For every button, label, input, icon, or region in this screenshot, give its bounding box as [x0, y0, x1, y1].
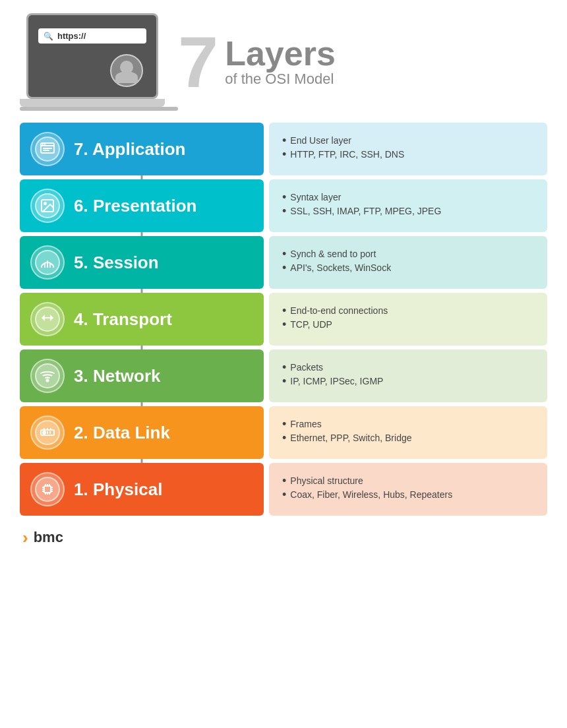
layer-left-7: 7. Application [20, 123, 264, 175]
user-avatar [110, 54, 143, 87]
layer-connector [141, 346, 143, 349]
layer-connector [141, 175, 143, 179]
layer-bullet2-7: HTTP, FTP, IRC, SSH, DNS [282, 149, 534, 160]
layer-row-6: 6. Presentation Syntax layer SSL, SSH, I… [20, 179, 547, 232]
title-subtitle: of the OSI Model [225, 71, 336, 88]
layer-label-4: 4. Transport [74, 309, 172, 330]
bmc-chevron-icon: › [22, 529, 28, 546]
layer-bullet1-5: Synch & send to port [282, 249, 534, 260]
search-icon: 🔍 [44, 32, 53, 41]
svg-point-7 [44, 202, 46, 204]
layer-bullet1-6: Syntax layer [282, 192, 534, 203]
layer-row-2: 2. Data Link Frames Ethernet, PPP, Switc… [20, 406, 547, 459]
layer-bullet2-3: IP, ICMP, IPSec, IGMP [282, 376, 534, 387]
layer-right-7: End User layer HTTP, FTP, IRC, SSH, DNS [269, 123, 547, 175]
layer-icon-image [35, 193, 60, 218]
laptop-foot [20, 107, 178, 111]
laptop-screen: 🔍 https:// [26, 13, 158, 99]
layer-bullet2-6: SSL, SSH, IMAP, FTP, MPEG, JPEG [282, 206, 534, 217]
layer-bullet2-2: Ethernet, PPP, Switch, Bridge [282, 433, 534, 444]
layer-bullet1-4: End-to-end connections [282, 305, 534, 317]
layer-left-6: 6. Presentation [20, 179, 264, 232]
layer-label-1: 1. Physical [74, 479, 162, 500]
layers-container: 7. Application End User layer HTTP, FTP,… [20, 123, 547, 520]
layer-icon-bridge [35, 250, 60, 275]
header: 🔍 https:// 7 Layers of the OSI Model [20, 13, 547, 111]
svg-point-13 [47, 380, 49, 382]
layer-right-5: Synch & send to port API's, Sockets, Win… [269, 236, 547, 289]
layer-left-4: 4. Transport [20, 293, 264, 346]
url-text: https:// [57, 31, 86, 41]
layer-connector [141, 289, 143, 293]
layer-icon-circle-3 [30, 359, 65, 393]
svg-point-15 [43, 431, 45, 434]
title-text: Layers of the OSI Model [225, 36, 336, 88]
layer-icon-circle-7 [30, 132, 65, 166]
layer-icon-browser [35, 136, 60, 162]
layer-bullet1-2: Frames [282, 419, 534, 430]
bmc-text: bmc [34, 529, 63, 546]
layer-bullet1-7: End User layer [282, 135, 534, 146]
layer-icon-circle-1 [30, 472, 65, 506]
layer-label-2: 2. Data Link [74, 423, 170, 443]
layer-left-3: 3. Network [20, 349, 264, 402]
layer-icon-arrows [35, 307, 60, 332]
layer-right-1: Physical structure Coax, Fiber, Wireless… [269, 463, 547, 516]
bmc-logo: › bmc [22, 529, 63, 546]
layer-row-3: 3. Network Packets IP, ICMP, IPSec, IGMP [20, 349, 547, 402]
layer-icon-circle-6 [30, 189, 65, 223]
layer-row-7: 7. Application End User layer HTTP, FTP,… [20, 123, 547, 175]
svg-point-2 [42, 144, 44, 145]
layer-label-5: 5. Session [74, 253, 159, 273]
layer-icon-circle-4 [30, 302, 65, 336]
layer-right-3: Packets IP, ICMP, IPSec, IGMP [269, 349, 547, 402]
layer-icon-circle-2 [30, 415, 65, 450]
footer: › bmc [20, 529, 547, 546]
layer-icon-wifi [35, 363, 60, 388]
layer-row-4: 4. Transport End-to-end connections TCP,… [20, 293, 547, 346]
layer-icon-circle-5 [30, 245, 65, 280]
laptop-illustration: 🔍 https:// [20, 13, 165, 111]
layer-row-1: 1. Physical Physical structure Coax, Fib… [20, 463, 547, 516]
layer-bullet1-1: Physical structure [282, 475, 534, 487]
layer-label-7: 7. Application [74, 139, 186, 160]
svg-point-3 [44, 144, 45, 145]
layer-connector [141, 232, 143, 236]
title-layers: Layers [225, 36, 336, 71]
address-bar: 🔍 https:// [38, 28, 146, 44]
layer-bullet1-3: Packets [282, 362, 534, 373]
svg-rect-21 [44, 486, 51, 493]
layer-label-3: 3. Network [74, 366, 161, 386]
svg-rect-4 [43, 148, 52, 149]
title-number: 7 [178, 26, 218, 98]
layer-connector [141, 402, 143, 406]
layer-label-6: 6. Presentation [74, 196, 196, 216]
layer-icon-switch [35, 420, 60, 445]
layer-icon-chip [35, 477, 60, 502]
layer-right-4: End-to-end connections TCP, UDP [269, 293, 547, 346]
layer-right-6: Syntax layer SSL, SSH, IMAP, FTP, MPEG, … [269, 179, 547, 232]
layer-left-2: 2. Data Link [20, 406, 264, 459]
layer-right-2: Frames Ethernet, PPP, Switch, Bridge [269, 406, 547, 459]
laptop-base [20, 99, 165, 107]
layer-row-5: 5. Session Synch & send to port API's, S… [20, 236, 547, 289]
title-block: 7 Layers of the OSI Model [165, 26, 547, 98]
svg-rect-5 [43, 150, 49, 151]
layer-bullet2-4: TCP, UDP [282, 319, 534, 330]
layer-bullet2-1: Coax, Fiber, Wireless, Hubs, Repeaters [282, 489, 534, 501]
layer-left-1: 1. Physical [20, 463, 264, 516]
layer-connector [141, 459, 143, 463]
layer-left-5: 5. Session [20, 236, 264, 289]
layer-bullet2-5: API's, Sockets, WinSock [282, 262, 534, 274]
